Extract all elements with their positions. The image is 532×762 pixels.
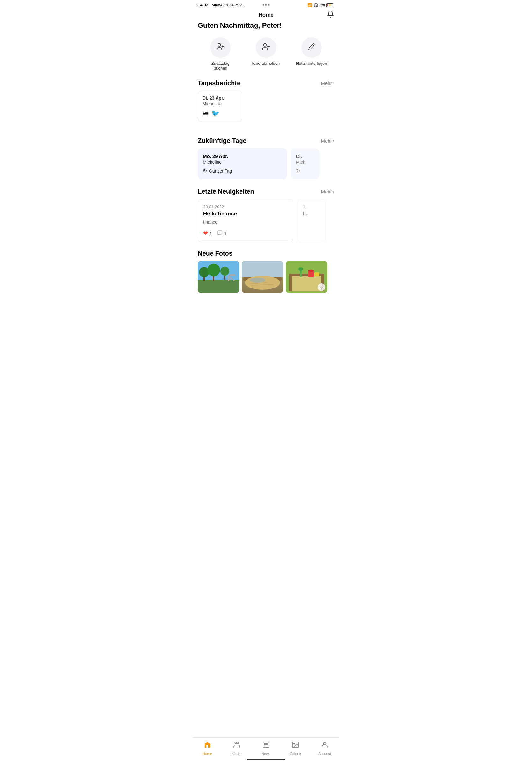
status-date: Mittwoch 24. Apr.: [212, 3, 243, 7]
greeting-text: Guten Nachmittag, Peter!: [198, 21, 334, 30]
action-label-notiz: Notiz hinterlegen: [296, 61, 327, 66]
status-time: 14:33: [198, 3, 208, 7]
gallery-icon: [292, 741, 299, 750]
news-title-1: I...: [303, 211, 320, 217]
photo-item-0[interactable]: [198, 261, 239, 293]
nav-galerie[interactable]: Galerie: [286, 741, 305, 756]
svg-point-3: [263, 43, 266, 46]
account-icon: [321, 741, 328, 750]
action-label-kind: Kind abmelden: [252, 61, 280, 66]
news-reactions-0: ❤ 1 1: [203, 230, 288, 237]
wifi-icon: 📶: [307, 3, 312, 7]
home-indicator: [247, 759, 285, 760]
like-reaction[interactable]: ❤ 1: [203, 230, 212, 237]
svg-point-10: [207, 264, 220, 276]
battery-icon: ⚡: [326, 3, 334, 7]
svg-point-34: [235, 742, 237, 744]
quick-actions: Zusatztag buchen Kind abmelden: [198, 37, 334, 70]
tagesberichte-title: Tagesberichte: [198, 79, 240, 87]
bottom-nav: Home Kinder News: [193, 737, 339, 762]
svg-rect-11: [213, 276, 214, 281]
nav-account[interactable]: Account: [315, 741, 334, 756]
neuigkeiten-title: Letzte Neuigkeiten: [198, 188, 254, 195]
action-circle-zusatztag: [210, 37, 231, 58]
photo-item-1[interactable]: [242, 261, 283, 293]
nav-home-label: Home: [203, 752, 212, 756]
future-scroll: Mo. 29 Apr. Micheline ↻ Ganzer Tag Di. M…: [198, 148, 334, 180]
photos-grid: [198, 261, 334, 293]
svg-point-0: [218, 43, 221, 46]
headphone-icon: 🎧: [313, 3, 318, 7]
svg-rect-27: [292, 276, 321, 291]
nav-kinder[interactable]: Kinder: [227, 741, 246, 756]
battery-percent: 3%: [320, 3, 325, 7]
svg-point-35: [237, 742, 238, 744]
photo-item-2[interactable]: [286, 261, 327, 293]
nav-news-label: News: [262, 752, 270, 756]
future-card-0[interactable]: Mo. 29 Apr. Micheline ↻ Ganzer Tag: [198, 148, 287, 179]
tagesberichte-more-button[interactable]: Mehr ›: [321, 80, 334, 86]
future-date-1: Di.: [296, 153, 314, 159]
svg-point-31: [298, 267, 303, 270]
tagesbericht-card-0[interactable]: Di. 23 Apr. Micheline 🛏 🐦: [198, 91, 242, 122]
bed-icon: 🛏: [203, 110, 209, 117]
zukunftige-header: Zukünftige Tage Mehr ›: [198, 137, 334, 145]
cycle-icon: ↻: [203, 168, 207, 174]
chevron-right-icon-2: ›: [333, 138, 334, 143]
svg-rect-32: [314, 272, 319, 276]
action-circle-kind: [256, 37, 276, 58]
fotos-title: Neue Fotos: [198, 250, 233, 257]
fotos-header: Neue Fotos: [198, 250, 334, 257]
action-zusatztag[interactable]: Zusatztag buchen: [204, 37, 236, 70]
pencil-icon: [308, 43, 315, 52]
svg-rect-14: [228, 275, 229, 281]
tagesberichte-scroll: Di. 23 Apr. Micheline 🛏 🐦: [198, 91, 334, 135]
svg-point-12: [220, 267, 229, 276]
news-scroll: 10.01.2022 Hello finance finance ❤ 1: [198, 199, 334, 242]
future-type-0: ↻ Ganzer Tag: [203, 168, 282, 174]
future-type-1: ↻: [296, 168, 314, 174]
bell-icon[interactable]: [327, 10, 334, 20]
comments-count: 1: [224, 231, 227, 236]
svg-rect-13: [224, 276, 226, 279]
dots-indicator: [263, 4, 270, 6]
heart-icon: ❤: [203, 230, 208, 237]
news-category-0: finance: [203, 219, 288, 225]
zukunftige-section: Zukünftige Tage Mehr › Mo. 29 Apr. Miche…: [198, 137, 334, 180]
svg-point-19: [245, 276, 280, 290]
action-kind-abmelden[interactable]: Kind abmelden: [250, 37, 282, 70]
svg-rect-25: [289, 274, 292, 291]
svg-rect-33: [206, 745, 208, 748]
zukunftige-more-button[interactable]: Mehr ›: [321, 138, 334, 144]
future-name-0: Micheline: [203, 160, 282, 165]
photo-favorite-0[interactable]: [318, 283, 325, 291]
svg-rect-7: [198, 280, 239, 293]
bird-icon: 🐦: [212, 110, 220, 117]
likes-count: 1: [209, 231, 212, 236]
svg-rect-9: [204, 277, 205, 281]
action-notiz[interactable]: Notiz hinterlegen: [296, 37, 328, 70]
news-card-0[interactable]: 10.01.2022 Hello finance finance ❤ 1: [198, 199, 294, 242]
news-card-1[interactable]: 3... I...: [297, 199, 326, 242]
news-date-1: 3...: [303, 204, 320, 209]
remove-person-icon: [262, 42, 270, 53]
svg-point-29: [308, 269, 314, 271]
cycle-icon-2: ↻: [296, 168, 300, 174]
card-date: Di. 23 Apr.: [203, 95, 237, 101]
future-card-1[interactable]: Di. Mich ↻: [291, 148, 320, 179]
tagesberichte-section: Tagesberichte Mehr › Di. 23 Apr. Micheli…: [198, 79, 334, 135]
nav-news[interactable]: News: [256, 741, 276, 756]
comment-reaction[interactable]: 1: [217, 230, 227, 237]
svg-line-5: [313, 44, 314, 45]
neue-fotos-section: Neue Fotos: [198, 250, 334, 293]
nav-account-label: Account: [318, 752, 331, 756]
chevron-right-icon: ›: [333, 81, 334, 86]
home-icon: [204, 741, 211, 750]
nav-kinder-label: Kinder: [232, 752, 242, 756]
neuigkeiten-more-button[interactable]: Mehr ›: [321, 189, 334, 194]
nav-home[interactable]: Home: [198, 741, 217, 756]
neuigkeiten-header: Letzte Neuigkeiten Mehr ›: [198, 188, 334, 195]
header: Home: [193, 9, 339, 21]
nav-galerie-label: Galerie: [290, 752, 301, 756]
news-date-0: 10.01.2022: [203, 204, 288, 209]
